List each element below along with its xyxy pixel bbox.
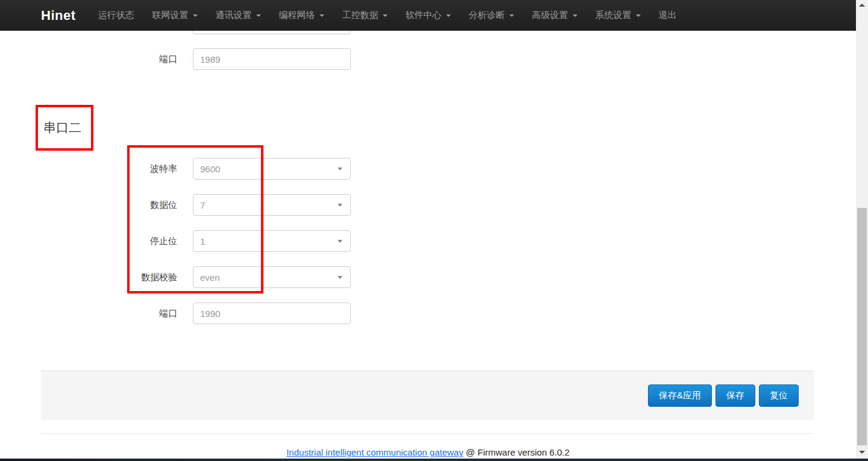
form-actions-panel: 保存&应用 保存 复位 xyxy=(41,371,814,420)
taskbar-edge xyxy=(0,459,868,461)
parity-select[interactable]: even xyxy=(193,266,351,288)
nav-item-running-status[interactable]: 运行状态 xyxy=(89,0,143,31)
nav-item-industrial-data[interactable]: 工控数据 xyxy=(333,0,397,31)
footer: Industrial intelligent communication gat… xyxy=(0,447,856,457)
scrollbar-thumb[interactable] xyxy=(857,208,867,445)
stop-bits-select[interactable]: 1 xyxy=(193,230,351,252)
serial1-port-label: 端口 xyxy=(24,48,177,70)
caret-down-icon xyxy=(256,14,261,17)
data-bits-select[interactable]: 7 xyxy=(193,194,351,216)
nav-item-software-center[interactable]: 软件中心 xyxy=(397,0,460,31)
serial2-heading-annotation: 串口二 xyxy=(36,105,93,151)
stop-bits-label: 停止位 xyxy=(24,230,177,252)
dropdown-arrow-icon xyxy=(338,204,342,207)
nav-item-system-settings[interactable]: 系统设置 xyxy=(587,0,650,31)
brand-logo[interactable]: Hinet xyxy=(41,8,76,24)
dropdown-arrow-icon xyxy=(338,168,342,171)
save-apply-button[interactable]: 保存&应用 xyxy=(648,384,712,407)
footer-divider xyxy=(41,433,814,434)
serial2-port-input[interactable] xyxy=(193,303,351,324)
parity-label: 数据校验 xyxy=(24,266,177,288)
arrow-down-icon xyxy=(859,451,865,454)
nav-item-analysis-diagnosis[interactable]: 分析诊断 xyxy=(460,0,523,31)
scroll-up-button[interactable] xyxy=(856,0,868,10)
serial2-heading: 串口二 xyxy=(38,119,81,136)
caret-down-icon xyxy=(446,14,451,17)
gateway-link[interactable]: Industrial intelligent communication gat… xyxy=(286,447,464,457)
dropdown-arrow-icon xyxy=(338,276,342,279)
caret-down-icon xyxy=(573,14,577,17)
firmware-version-text: @ Firmware version 6.0.2 xyxy=(466,447,570,457)
nav-item-logout[interactable]: 退出 xyxy=(650,0,686,31)
data-bits-label: 数据位 xyxy=(24,194,177,216)
save-button[interactable]: 保存 xyxy=(715,384,755,407)
caret-down-icon xyxy=(383,14,388,17)
reset-button[interactable]: 复位 xyxy=(759,384,799,407)
serial1-port-input[interactable] xyxy=(193,48,351,70)
app-window: Hinet 运行状态 联网设置 通讯设置 编程网络 工控数据 软件中 xyxy=(0,0,868,461)
caret-down-icon xyxy=(636,14,641,17)
scroll-down-button[interactable] xyxy=(856,447,868,457)
nav-item-network-settings[interactable]: 联网设置 xyxy=(143,0,207,31)
nav-menu: 运行状态 联网设置 通讯设置 编程网络 工控数据 软件中心 xyxy=(89,0,686,31)
nav-item-programming-network[interactable]: 编程网络 xyxy=(270,0,333,31)
caret-down-icon xyxy=(509,14,514,17)
arrow-up-icon xyxy=(859,4,865,7)
caret-down-icon xyxy=(319,14,324,17)
caret-down-icon xyxy=(193,14,198,17)
serial2-port-label: 端口 xyxy=(24,303,177,324)
nav-item-advanced-settings[interactable]: 高级设置 xyxy=(523,0,587,31)
baud-rate-select[interactable]: 9600 xyxy=(193,158,351,180)
vertical-scrollbar[interactable] xyxy=(856,0,868,461)
navbar: Hinet 运行状态 联网设置 通讯设置 编程网络 工控数据 软件中 xyxy=(0,0,856,31)
dropdown-arrow-icon xyxy=(338,240,342,243)
nav-item-comm-settings[interactable]: 通讯设置 xyxy=(207,0,270,31)
baud-rate-label: 波特率 xyxy=(24,158,177,180)
